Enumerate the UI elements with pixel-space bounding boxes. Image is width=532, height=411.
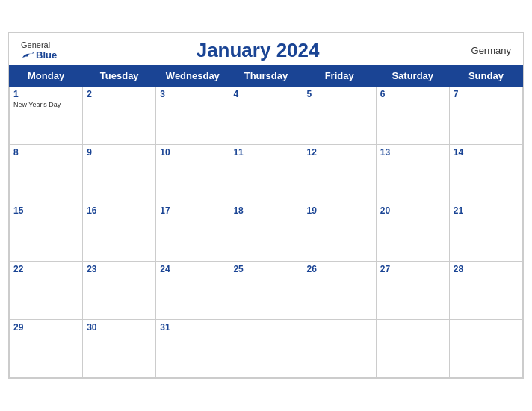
day-number: 12 bbox=[307, 147, 372, 158]
day-number: 13 bbox=[380, 147, 445, 158]
table-row: 27 bbox=[376, 262, 449, 320]
table-row: 17 bbox=[156, 203, 229, 262]
day-number: 5 bbox=[307, 89, 372, 99]
table-row: 15 bbox=[10, 203, 83, 262]
table-row: 20 bbox=[376, 203, 449, 262]
weekday-header-row: Monday Tuesday Wednesday Thursday Friday… bbox=[10, 66, 523, 87]
day-number: 20 bbox=[380, 206, 445, 216]
logo-blue-text: Blue bbox=[21, 49, 57, 61]
table-row bbox=[303, 320, 376, 378]
table-row: 22 bbox=[10, 262, 83, 320]
table-row: 11 bbox=[229, 145, 303, 203]
header-monday: Monday bbox=[10, 66, 83, 87]
calendar-container: General Blue January 2024 Germany Monday… bbox=[8, 32, 524, 379]
day-number: 23 bbox=[87, 264, 152, 274]
table-row: 10 bbox=[156, 145, 229, 203]
table-row bbox=[229, 320, 303, 378]
calendar-week-row: 22232425262728 bbox=[10, 262, 523, 320]
day-number: 21 bbox=[454, 206, 519, 216]
day-number: 15 bbox=[13, 206, 78, 216]
header-saturday: Saturday bbox=[376, 66, 449, 87]
table-row: 29 bbox=[10, 320, 83, 378]
day-number: 7 bbox=[454, 89, 519, 99]
table-row: 23 bbox=[83, 262, 156, 320]
day-number: 31 bbox=[160, 322, 225, 333]
day-number: 19 bbox=[307, 206, 372, 216]
day-number: 17 bbox=[160, 206, 225, 216]
day-number: 2 bbox=[87, 89, 152, 99]
day-number: 28 bbox=[454, 264, 519, 274]
logo-bird-icon bbox=[21, 50, 34, 61]
table-row: 19 bbox=[303, 203, 376, 262]
header-friday: Friday bbox=[303, 66, 376, 87]
day-number: 6 bbox=[380, 89, 445, 99]
header-tuesday: Tuesday bbox=[83, 66, 156, 87]
table-row: 4 bbox=[229, 87, 303, 145]
table-row: 21 bbox=[449, 203, 522, 262]
day-number: 3 bbox=[160, 89, 225, 99]
table-row: 8 bbox=[10, 145, 83, 203]
table-row: 16 bbox=[83, 203, 156, 262]
calendar-header: General Blue January 2024 Germany bbox=[9, 33, 523, 65]
calendar-week-row: 293031 bbox=[10, 320, 523, 378]
table-row: 31 bbox=[156, 320, 229, 378]
table-row: 9 bbox=[83, 145, 156, 203]
day-number: 4 bbox=[233, 89, 298, 99]
table-row: 14 bbox=[449, 145, 522, 203]
country-label: Germany bbox=[459, 45, 511, 56]
table-row: 3 bbox=[156, 87, 229, 145]
day-number: 25 bbox=[233, 264, 298, 274]
day-number: 8 bbox=[13, 147, 78, 158]
table-row: 18 bbox=[229, 203, 303, 262]
holiday-label: New Year's Day bbox=[13, 101, 78, 108]
table-row: 24 bbox=[156, 262, 229, 320]
day-number: 16 bbox=[87, 206, 152, 216]
calendar-week-row: 15161718192021 bbox=[10, 203, 523, 262]
day-number: 11 bbox=[233, 147, 298, 158]
day-number: 30 bbox=[87, 322, 152, 333]
table-row: 13 bbox=[376, 145, 449, 203]
table-row bbox=[376, 320, 449, 378]
day-number: 14 bbox=[454, 147, 519, 158]
table-row: 7 bbox=[449, 87, 522, 145]
table-row bbox=[449, 320, 522, 378]
table-row: 2 bbox=[83, 87, 156, 145]
day-number: 9 bbox=[87, 147, 152, 158]
table-row: 25 bbox=[229, 262, 303, 320]
table-row: 26 bbox=[303, 262, 376, 320]
table-row: 28 bbox=[449, 262, 522, 320]
table-row: 12 bbox=[303, 145, 376, 203]
day-number: 22 bbox=[13, 264, 78, 274]
day-number: 27 bbox=[380, 264, 445, 274]
day-number: 26 bbox=[307, 264, 372, 274]
logo-area: General Blue bbox=[21, 40, 57, 61]
calendar-grid: Monday Tuesday Wednesday Thursday Friday… bbox=[9, 65, 523, 378]
day-number: 18 bbox=[233, 206, 298, 216]
header-wednesday: Wednesday bbox=[156, 66, 229, 87]
header-thursday: Thursday bbox=[229, 66, 303, 87]
header-sunday: Sunday bbox=[449, 66, 522, 87]
calendar-week-row: 1New Year's Day234567 bbox=[10, 87, 523, 145]
logo-general-text: General bbox=[21, 40, 50, 49]
day-number: 1 bbox=[13, 89, 78, 99]
calendar-week-row: 891011121314 bbox=[10, 145, 523, 203]
day-number: 29 bbox=[13, 322, 78, 333]
table-row: 30 bbox=[83, 320, 156, 378]
table-row: 5 bbox=[303, 87, 376, 145]
table-row: 1New Year's Day bbox=[10, 87, 83, 145]
table-row: 6 bbox=[376, 87, 449, 145]
day-number: 10 bbox=[160, 147, 225, 158]
day-number: 24 bbox=[160, 264, 225, 274]
calendar-title: January 2024 bbox=[197, 39, 320, 62]
